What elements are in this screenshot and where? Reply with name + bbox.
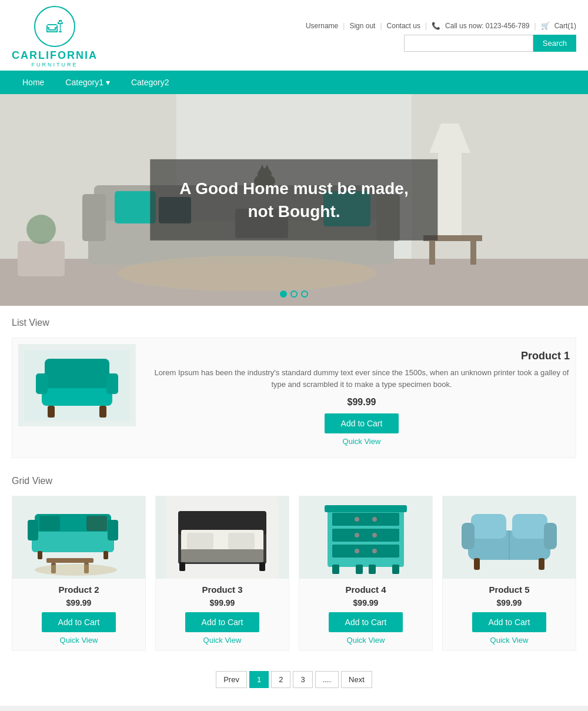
hero-dot-2[interactable] [290,291,298,298]
couch-illustration [23,496,135,579]
grid-quick-view-4-link[interactable]: Quick View [347,636,385,645]
list-view-section: List View Product 1 Lorem Ipsum has been… [0,306,588,464]
hero-dot-3[interactable] [301,291,308,298]
logo-circle: 🛋 [34,6,75,47]
hero-scene: A Good Home must be made, not Bought. [0,94,588,306]
grid-product-2-image [12,496,145,579]
page-1-button[interactable]: 1 [249,671,269,688]
grid-quick-view-3-link[interactable]: Quick View [203,636,242,645]
list-add-to-cart-button[interactable]: Add to Cart [325,413,399,433]
svg-rect-50 [179,562,185,571]
nav-home[interactable]: Home [12,71,55,94]
header: 🛋 CARLIFORNIA FURNITURE Username | Sign … [0,0,588,71]
grid-product-5-actions: Add to Cart Quick View [443,612,576,645]
list-product-info: Product 1 Lorem Ipsum has been the indus… [153,344,570,452]
list-product-name: Product 1 [153,350,570,362]
cart-label[interactable]: Cart(1) [554,22,576,30]
svg-rect-5 [82,194,106,241]
logo[interactable]: 🛋 CARLIFORNIA FURNITURE [12,6,98,68]
phone-label: Call us now: 0123-456-789 [445,22,529,30]
svg-rect-54 [325,505,407,512]
grid-product-4-name: Product 4 [299,585,432,595]
svg-rect-70 [471,514,506,539]
nav-category2[interactable]: Category2 [121,71,180,94]
dresser-illustration [310,496,422,579]
page-ellipsis[interactable]: .... [315,671,339,688]
svg-rect-76 [539,558,544,570]
page-3-button[interactable]: 3 [293,671,312,688]
hero-dot-1[interactable] [280,291,287,298]
grid-product-3-image [156,496,289,579]
grid-product-3-name: Product 3 [156,585,289,595]
page-2-button[interactable]: 2 [271,671,290,688]
svg-rect-51 [259,562,265,571]
search-button[interactable]: Search [533,35,576,52]
bed-illustration [166,496,278,579]
hero-dots [280,291,308,298]
grid-product-4: Product 4 $99.99 Add to Cart Quick View [299,496,433,651]
logo-text: CARLIFORNIA FURNITURE [12,49,98,68]
grid-add-to-cart-5-button[interactable]: Add to Cart [472,612,547,632]
grid-product-4-actions: Add to Cart Quick View [299,612,432,645]
svg-point-60 [355,533,359,538]
svg-rect-26 [48,406,55,418]
svg-point-42 [35,564,117,576]
signout-link[interactable]: Sign out [349,22,375,30]
svg-rect-38 [103,551,108,559]
contact-link[interactable]: Contact us [387,22,420,30]
search-input[interactable] [404,35,533,52]
grid-product-3: Product 3 $99.99 Add to Cart Quick View [155,496,289,651]
grid-add-to-cart-3-button[interactable]: Add to Cart [185,612,260,632]
svg-rect-13 [470,241,476,265]
list-product-image [18,344,136,426]
svg-rect-39 [46,558,93,563]
grid-product-5-image [443,496,576,579]
svg-rect-75 [474,558,480,570]
prev-page-button[interactable]: Prev [216,671,247,688]
svg-rect-35 [39,516,60,531]
svg-rect-48 [228,533,255,549]
svg-point-22 [26,215,56,244]
nav-category1[interactable]: Category1 ▾ [55,71,121,94]
search-bar: Search [404,35,576,52]
username-link[interactable]: Username [306,22,338,30]
svg-point-59 [372,517,377,522]
svg-rect-34 [108,520,118,540]
list-product-actions: Add to Cart Quick View [153,413,570,446]
svg-rect-28 [36,373,48,394]
grid-quick-view-2-link[interactable]: Quick View [60,636,98,645]
phone-icon: 📞 [432,22,440,30]
pagination: Prev 1 2 3 .... Next [0,671,588,688]
list-product-price: $99.99 [153,397,570,408]
svg-rect-73 [544,523,557,549]
grid-product-4-price: $99.99 [299,598,432,607]
sep3: | [425,22,427,30]
grid-product-4-image [299,496,432,579]
grid-product-5-price: $99.99 [443,598,576,607]
grid-quick-view-5-link[interactable]: Quick View [490,636,529,645]
top-links: Username | Sign out | Contact us | 📞 Cal… [306,22,576,30]
next-page-button[interactable]: Next [341,671,372,688]
svg-rect-57 [332,545,399,558]
svg-rect-37 [38,551,42,559]
svg-point-58 [355,517,359,522]
grid-view-title: Grid View [12,476,576,486]
grid-add-to-cart-4-button[interactable]: Add to Cart [329,612,403,632]
svg-point-62 [355,549,359,553]
svg-rect-21 [18,241,65,276]
logo-sub: FURNITURE [12,62,98,68]
svg-rect-55 [332,513,399,526]
footer: Prestashop Theme Designed With TemplateT… [0,706,588,711]
svg-rect-65 [356,565,363,574]
grid-product-5-name: Product 5 [443,585,576,595]
logo-name: CARLIFORNIA [12,49,98,62]
header-right: Username | Sign out | Contact us | 📞 Cal… [306,22,576,52]
sep4: | [534,22,536,30]
grid-add-to-cart-2-button[interactable]: Add to Cart [42,612,116,632]
grid-product-5: Product 5 $99.99 Add to Cart Quick View [442,496,576,651]
sep2: | [380,22,382,30]
list-product: Product 1 Lorem Ipsum has been the indus… [12,338,576,458]
navigation: Home Category1 ▾ Category2 [0,71,588,94]
svg-rect-47 [187,533,213,549]
list-quick-view-link[interactable]: Quick View [343,437,381,446]
